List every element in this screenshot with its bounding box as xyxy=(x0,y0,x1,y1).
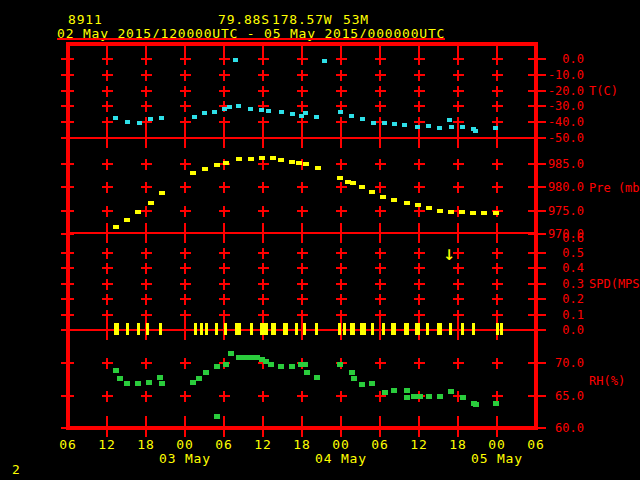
y-axis-tick xyxy=(61,298,74,300)
grid-plus-mark xyxy=(297,117,308,128)
grid-plus-mark xyxy=(219,117,230,128)
data-point xyxy=(159,381,165,386)
data-point xyxy=(214,163,220,167)
data-point xyxy=(493,126,498,130)
grid-tick xyxy=(262,128,264,148)
data-point xyxy=(359,382,365,387)
grid-tick xyxy=(496,223,498,243)
grid-tick xyxy=(379,320,381,340)
data-point xyxy=(124,381,130,386)
wind-speed-bar xyxy=(417,323,420,335)
grid-tick xyxy=(262,223,264,243)
grid-tick xyxy=(301,128,303,148)
data-point xyxy=(391,198,397,202)
grid-plus-mark xyxy=(336,310,347,321)
grid-tick xyxy=(106,223,108,243)
grid-plus-mark xyxy=(180,263,191,274)
grid-plus-mark xyxy=(102,294,113,305)
grid-plus-mark xyxy=(453,294,464,305)
grid-tick xyxy=(262,416,264,426)
data-point xyxy=(135,210,141,214)
grid-plus-mark xyxy=(453,86,464,97)
grid-plus-mark xyxy=(102,391,113,402)
grid-plus-mark xyxy=(180,182,191,193)
wind-speed-bar xyxy=(371,323,374,335)
grid-tick xyxy=(418,416,420,426)
grid-plus-mark xyxy=(297,294,308,305)
data-point xyxy=(233,58,238,62)
data-point xyxy=(113,368,119,373)
y-axis-tick xyxy=(528,210,546,212)
grid-plus-mark xyxy=(414,54,425,65)
y-axis-tick xyxy=(61,427,74,429)
grid-plus-mark xyxy=(492,159,503,170)
data-point xyxy=(473,402,479,407)
data-point xyxy=(259,156,265,160)
data-point xyxy=(203,370,209,375)
data-point xyxy=(148,201,154,205)
grid-plus-mark xyxy=(375,206,386,217)
data-point xyxy=(314,115,319,119)
x-axis-tick xyxy=(418,430,420,437)
data-point xyxy=(404,201,410,205)
y-axis-tick xyxy=(61,283,74,285)
y-axis-tick xyxy=(528,267,546,269)
y-axis-tick xyxy=(528,298,546,300)
grid-plus-mark xyxy=(141,101,152,112)
data-point xyxy=(460,395,466,400)
grid-plus-mark xyxy=(297,279,308,290)
y-axis-tick xyxy=(61,90,74,92)
data-point xyxy=(113,116,118,120)
data-point xyxy=(402,123,407,127)
pressure-axis-title: Pre (mb) xyxy=(589,181,640,195)
grid-plus-mark xyxy=(492,279,503,290)
grid-plus-mark xyxy=(258,54,269,65)
x-hour-label: 12 xyxy=(404,437,434,452)
grid-plus-mark xyxy=(453,159,464,170)
grid-plus-mark xyxy=(414,263,425,274)
grid-plus-mark xyxy=(180,101,191,112)
grid-plus-mark xyxy=(414,206,425,217)
x-axis-tick xyxy=(301,430,303,437)
grid-plus-mark xyxy=(414,248,425,259)
x-axis-tick xyxy=(184,430,186,437)
data-point xyxy=(202,111,207,115)
y-axis-tick xyxy=(528,395,546,397)
grid-tick xyxy=(223,223,225,243)
grid-plus-mark xyxy=(336,294,347,305)
grid-plus-mark xyxy=(180,54,191,65)
data-point xyxy=(223,362,229,367)
grid-tick xyxy=(379,416,381,426)
wind-speed-bar xyxy=(352,323,355,335)
grid-plus-mark xyxy=(336,206,347,217)
wind-speed-bar xyxy=(393,323,396,335)
data-point xyxy=(392,122,397,126)
data-point xyxy=(315,166,321,170)
data-point xyxy=(270,156,276,160)
y-axis-tick xyxy=(528,74,546,76)
y-axis-tick xyxy=(61,163,74,165)
grid-plus-mark xyxy=(297,263,308,274)
grid-tick xyxy=(457,320,459,340)
wind-speed-bar xyxy=(273,323,276,335)
data-point xyxy=(447,118,452,122)
grid-plus-mark xyxy=(180,294,191,305)
y-axis-tick xyxy=(61,267,74,269)
y-axis-tick xyxy=(528,121,546,123)
x-axis-tick xyxy=(379,430,381,437)
grid-tick xyxy=(145,416,147,426)
wind-speed-bar xyxy=(496,323,499,335)
data-point xyxy=(159,116,164,120)
wind-speed-bar xyxy=(315,323,318,335)
grid-plus-mark xyxy=(258,294,269,305)
grid-tick xyxy=(340,223,342,243)
data-point xyxy=(338,110,343,114)
wind-speed-bar xyxy=(343,323,346,335)
data-point xyxy=(426,206,432,210)
grid-plus-mark xyxy=(336,86,347,97)
data-point xyxy=(135,381,141,386)
x-hour-label: 06 xyxy=(209,437,239,452)
x-axis-tick xyxy=(496,430,498,437)
x-axis-tick xyxy=(106,430,108,437)
grid-tick xyxy=(223,416,225,426)
